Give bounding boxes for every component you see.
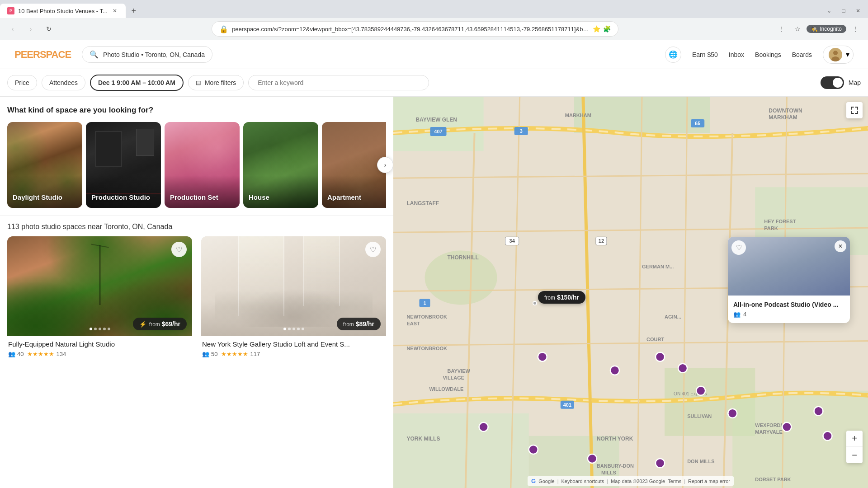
back-button[interactable]: ‹ — [5, 22, 20, 36]
space-type-cards-container: Daylight Studio Production Studio — [7, 122, 386, 208]
svg-text:BANBURY-DON: BANBURY-DON — [597, 463, 634, 469]
listing-image: ♡ ⚡ from $69/hr — [7, 236, 192, 336]
refresh-button[interactable]: ↻ — [42, 22, 56, 36]
datetime-filter-button[interactable]: Dec 1 9:00 AM – 10:00 AM — [90, 75, 184, 91]
svg-text:DOWNTOWN: DOWNTOWN — [769, 108, 802, 114]
svg-rect-9 — [393, 413, 529, 488]
inbox-nav-item[interactable]: Inbox — [729, 51, 744, 58]
header-search-text: Photo Studio • Toronto, ON, Canada — [103, 51, 205, 58]
price-pin[interactable]: from $150/hr — [538, 291, 585, 304]
space-type-card-production-studio[interactable]: Production Studio — [86, 122, 161, 208]
svg-text:EAST: EAST — [406, 321, 420, 326]
svg-point-75 — [588, 454, 597, 463]
listing-card[interactable]: ♡ ⚡ from $69/hr Fully-Equipped Natural — [7, 236, 192, 362]
new-tab-button[interactable]: + — [127, 5, 140, 17]
tab-close-window-button[interactable]: ✕ — [852, 5, 864, 17]
listing-carousel-dots-1 — [90, 328, 110, 330]
svg-text:34: 34 — [509, 238, 515, 244]
svg-text:MILLS: MILLS — [601, 470, 616, 475]
svg-point-68 — [696, 386, 705, 395]
listing-price-badge-1: ⚡ from $69/hr — [133, 318, 187, 330]
space-type-label: Production Set — [170, 193, 218, 201]
price-filter-button[interactable]: Price — [7, 75, 37, 90]
svg-text:NEWTONBROOK: NEWTONBROOK — [406, 346, 447, 351]
favorite-button-2[interactable]: ♡ — [365, 242, 381, 257]
boards-nav-item[interactable]: Boards — [792, 51, 812, 58]
globe-language-button[interactable]: 🌐 — [665, 47, 681, 63]
svg-text:MARKHAM: MARKHAM — [769, 114, 797, 121]
keyword-search-input[interactable] — [248, 75, 429, 90]
space-type-card-production-set[interactable]: Production Set — [165, 122, 240, 208]
fullscreen-button[interactable] — [846, 102, 863, 118]
tab-favicon: P — [7, 7, 14, 14]
listing-attendees-2: 👥 50 — [202, 351, 217, 357]
svg-text:LANGSTAFF: LANGSTAFF — [406, 200, 439, 206]
report-error-link[interactable]: Report a map error — [688, 479, 730, 484]
more-filters-button[interactable]: ⊟ More filters — [188, 75, 244, 90]
listing-card[interactable]: ♡ from $89/hr New York Style Gallery Stu… — [201, 236, 386, 362]
right-panel: BAYVIEW GLEN MARKHAM DOWNTOWN MARKHAM 40… — [393, 97, 868, 488]
attendees-filter-button[interactable]: Attendees — [42, 75, 85, 90]
extensions-button[interactable]: ⋮ — [774, 22, 788, 36]
map-toggle-switch[interactable] — [821, 76, 844, 89]
svg-point-66 — [656, 352, 665, 361]
map-popup-info: All-in-one Podcast Studio (Video ... 👥 4 — [728, 296, 850, 323]
svg-text:VILLAGE: VILLAGE — [443, 375, 465, 380]
browser-chrome: P 10 Best Photo Studio Venues - T... ✕ +… — [0, 0, 868, 40]
carousel-next-button[interactable]: › — [377, 157, 393, 173]
listing-attendees-1: 👥 40 — [8, 351, 24, 357]
header-navigation: 🌐 Earn $50 Inbox Bookings Boards ▾ — [665, 46, 854, 64]
terms-link[interactable]: Terms — [668, 479, 681, 484]
map-popup-card: ✕ ♡ All-in-one Podcast Studio (Video ...… — [728, 237, 850, 323]
space-type-overlay: House — [243, 175, 318, 208]
svg-text:DON MILLS: DON MILLS — [687, 459, 715, 464]
favorite-button-1[interactable]: ♡ — [171, 242, 187, 257]
listings-grid: ♡ ⚡ from $69/hr Fully-Equipped Natural — [0, 236, 393, 371]
space-type-overlay: Daylight Studio — [7, 175, 82, 208]
listing-meta-2: 👥 50 ★★★★★ 117 — [202, 351, 385, 357]
space-type-card-apartment[interactable]: Apartment — [322, 122, 386, 208]
map-popup-attendees-icon: 👥 — [733, 311, 741, 318]
map-popup-attendees: 👥 4 — [733, 311, 844, 318]
chevron-down-icon: ▾ — [846, 50, 849, 59]
zoom-out-button[interactable]: − — [846, 447, 863, 463]
svg-point-76 — [656, 459, 665, 468]
listing-price-badge-2: from $89/hr — [337, 318, 381, 330]
bookmarks-button[interactable]: ☆ — [790, 22, 805, 36]
tab-close-button[interactable]: ✕ — [111, 7, 118, 14]
header-search-bar[interactable]: 🔍 Photo Studio • Toronto, ON, Canada — [82, 46, 212, 63]
google-logo: G — [531, 478, 536, 484]
avatar — [829, 48, 842, 61]
bookings-nav-item[interactable]: Bookings — [755, 51, 781, 58]
user-menu[interactable]: ▾ — [823, 46, 854, 64]
peerspace-logo[interactable]: PEERSPACE — [14, 49, 71, 61]
listing-carousel-dots-2 — [283, 328, 304, 330]
svg-point-72 — [823, 432, 832, 441]
map-popup-favorite-button[interactable]: ♡ — [731, 240, 746, 255]
tab-stack-button[interactable]: □ — [837, 5, 850, 17]
svg-text:401: 401 — [563, 402, 571, 408]
browser-tabs-bar: P 10 Best Photo Studio Venues - T... ✕ +… — [0, 0, 868, 18]
filters-icon: ⊟ — [196, 79, 201, 86]
earn-nav-item[interactable]: Earn $50 — [692, 51, 718, 58]
map-popup-close-button[interactable]: ✕ — [835, 240, 846, 252]
listing-rating-1: ★★★★★ 134 — [27, 351, 66, 357]
forward-button[interactable]: › — [24, 22, 38, 36]
tab-minimize-button[interactable]: ⌄ — [823, 5, 835, 17]
space-type-card-daylight-studio[interactable]: Daylight Studio — [7, 122, 82, 208]
active-tab[interactable]: P 10 Best Photo Studio Venues - T... ✕ — [0, 4, 126, 18]
incognito-badge: 🕵 Incognito — [807, 25, 846, 33]
filters-bar: Price Attendees Dec 1 9:00 AM – 10:00 AM… — [0, 69, 868, 97]
svg-text:BAYVIEW: BAYVIEW — [448, 368, 471, 374]
space-type-label: House — [249, 193, 269, 201]
attendees-icon: 👥 — [8, 351, 15, 357]
address-bar-icons: ⭐ 🧩 — [593, 25, 611, 33]
zoom-in-button[interactable]: + — [846, 431, 863, 447]
keyboard-shortcuts-link[interactable]: Keyboard shortcuts — [561, 479, 604, 484]
svg-point-67 — [678, 364, 687, 373]
svg-point-74 — [529, 445, 538, 454]
map-container[interactable]: BAYVIEW GLEN MARKHAM DOWNTOWN MARKHAM 40… — [393, 97, 868, 488]
space-type-card-house[interactable]: House — [243, 122, 318, 208]
address-bar[interactable]: 🔒 peerspace.com/s/?zoom=12&viewport_bbox… — [212, 21, 618, 37]
more-options-button[interactable]: ⋮ — [848, 22, 863, 36]
